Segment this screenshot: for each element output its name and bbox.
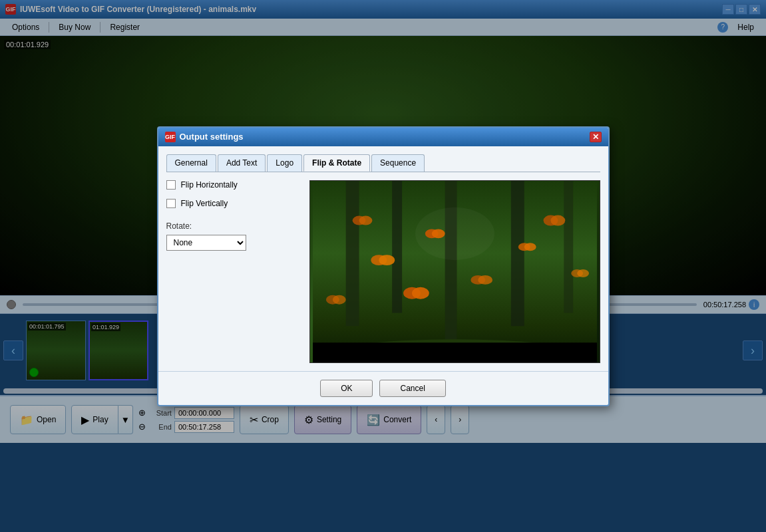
modal-title-bar: GIF Output settings ✕ (158, 128, 608, 146)
svg-point-8 (379, 255, 395, 265)
modal-tabs: Genernal Add Text Logo Flip & Rotate Seq… (166, 154, 600, 172)
rotate-label: Rotate: (166, 221, 299, 231)
modal-app-icon: GIF (165, 132, 176, 142)
tab-logo[interactable]: Logo (267, 154, 302, 172)
modal-footer: OK Cancel (158, 371, 608, 405)
modal-close-button[interactable]: ✕ (590, 132, 602, 142)
flip-horizontally-label: Flip Horizontally (181, 180, 238, 190)
modal-content: Flip Horizontally Flip Vertically Rotate… (166, 180, 600, 363)
modal-overlay: GIF Output settings ✕ Genernal Add Text … (0, 0, 766, 532)
flip-horizontally-checkbox[interactable] (166, 180, 176, 190)
svg-point-24 (332, 295, 345, 304)
svg-rect-26 (313, 342, 597, 362)
svg-rect-3 (445, 181, 457, 339)
preview-video (309, 180, 600, 363)
modal-body: Genernal Add Text Logo Flip & Rotate Seq… (158, 146, 608, 371)
tab-add-text[interactable]: Add Text (218, 154, 266, 172)
svg-point-14 (524, 243, 536, 251)
svg-point-22 (577, 269, 589, 277)
svg-point-12 (478, 275, 492, 284)
flip-vertically-label: Flip Vertically (181, 199, 228, 208)
tab-general[interactable]: Genernal (166, 154, 216, 172)
cancel-button[interactable]: Cancel (379, 380, 445, 397)
flip-vertically-checkbox[interactable] (166, 199, 176, 208)
svg-point-10 (431, 229, 445, 238)
svg-rect-5 (564, 181, 573, 313)
preview-svg (310, 181, 600, 362)
modal-right-panel (309, 180, 600, 363)
ok-button[interactable]: OK (320, 380, 373, 397)
rotate-select[interactable]: None 90° 180° 270° (166, 235, 246, 251)
svg-rect-1 (345, 181, 359, 326)
svg-point-20 (550, 215, 565, 225)
rotate-group: Rotate: None 90° 180° 270° (166, 221, 299, 251)
modal-left-panel: Flip Horizontally Flip Vertically Rotate… (166, 180, 299, 363)
svg-rect-4 (510, 181, 524, 326)
svg-point-18 (411, 287, 429, 299)
flip-horizontally-row: Flip Horizontally (166, 180, 299, 190)
svg-rect-2 (392, 181, 402, 313)
output-settings-modal: GIF Output settings ✕ Genernal Add Text … (157, 126, 610, 406)
svg-point-16 (359, 215, 372, 225)
flip-vertically-row: Flip Vertically (166, 199, 299, 208)
tab-flip-rotate[interactable]: Flip & Rotate (303, 154, 370, 172)
tab-sequence[interactable]: Sequence (371, 154, 425, 172)
modal-title: Output settings (180, 132, 244, 142)
